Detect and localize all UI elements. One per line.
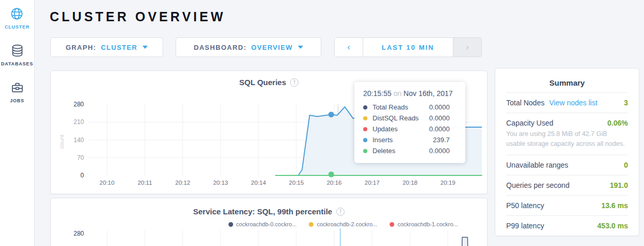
- chevron-down-icon: [298, 46, 303, 49]
- sidebar: CLUSTER DATABASES JOBS: [0, 0, 35, 246]
- hover-point: [328, 112, 334, 117]
- globe-icon: [10, 7, 24, 21]
- chevron-left-icon: ‹: [347, 42, 350, 52]
- y-axis-tick: 280: [74, 101, 84, 108]
- time-prev-button[interactable]: ‹: [335, 38, 363, 57]
- summary-panel: Summary Total NodesView nodes list3Capac…: [495, 68, 639, 236]
- summary-row-label: P50 latency: [506, 201, 544, 210]
- legend-item: cockroachdb-1.cockro...: [390, 221, 458, 227]
- summary-row-value: 453.0 ms: [597, 222, 628, 230]
- summary-row-value: 0.06%: [607, 119, 628, 127]
- y-axis-tick: 0: [80, 172, 84, 179]
- legend-label: cockroachdb-1.cockro...: [397, 221, 458, 227]
- summary-row-main: Unavailable ranges0: [506, 161, 628, 169]
- x-axis-tick: 20:12: [175, 180, 190, 186]
- summary-row-left: Total NodesView nodes list: [506, 99, 624, 107]
- summary-rows: Total NodesView nodes list3Capacity Used…: [506, 92, 628, 236]
- summary-row-label: P99 latency: [506, 222, 544, 230]
- chart-title: Service Latency: SQL, 99th percentile: [193, 207, 332, 216]
- summary-row-left: P50 latency: [506, 201, 602, 210]
- chevron-down-icon: [142, 46, 148, 49]
- view-nodes-link[interactable]: View nodes list: [549, 99, 597, 107]
- summary-row-main: P50 latency13.6 ms: [506, 201, 628, 210]
- tooltip-series-label: Inserts: [373, 136, 433, 144]
- page-title: CLUSTER OVERVIEW: [50, 9, 225, 24]
- tooltip-date: Nov 16th, 2017: [404, 89, 453, 98]
- x-axis-tick: 20:14: [251, 180, 266, 186]
- x-axis-tick: 20:19: [440, 180, 455, 186]
- x-axis-tick: 20:16: [327, 180, 342, 186]
- summary-row-value: 13.6 ms: [602, 201, 628, 210]
- tooltip-header: 20:15:55 on Nov 16th, 2017: [354, 88, 465, 102]
- x-axis-tick: 20:10: [99, 180, 115, 186]
- chart-title: SQL Queries: [239, 78, 287, 87]
- series-dot-icon: [363, 138, 367, 142]
- service-latency-panel: 280 Service Latency: SQL, 99th percentil…: [50, 198, 488, 246]
- chart-title-row: Service Latency: SQL, 99th percentile !: [51, 207, 487, 216]
- x-axis-tick: 20:11: [138, 180, 152, 186]
- graph-dropdown[interactable]: GRAPH: CLUSTER: [50, 37, 163, 57]
- dashboard-dropdown[interactable]: DASHBOARD: OVERVIEW: [176, 37, 321, 57]
- summary-row-label: Unavailable ranges: [506, 161, 568, 169]
- database-icon: [10, 44, 24, 58]
- x-axis-tick: 20:17: [365, 180, 380, 186]
- summary-row-label: Total Nodes: [506, 99, 545, 107]
- series-dot-icon: [309, 222, 313, 227]
- time-next-button[interactable]: ›: [453, 38, 481, 57]
- summary-row-main: Total NodesView nodes list3: [506, 99, 628, 107]
- summary-row-value: 191.0: [610, 181, 628, 189]
- chart-tooltip: 20:15:55 on Nov 16th, 2017 Total Reads0.…: [354, 82, 465, 163]
- summary-row: Capacity Used0.06%You are using 25.8 MiB…: [506, 113, 628, 155]
- series-dot-icon: [363, 127, 367, 131]
- sidebar-item-cluster[interactable]: CLUSTER: [5, 7, 30, 30]
- series-dot-icon: [228, 222, 233, 227]
- info-icon[interactable]: !: [336, 208, 345, 216]
- tooltip-series-label: Deletes: [373, 147, 429, 155]
- briefcase-icon: [10, 80, 24, 94]
- sidebar-item-jobs[interactable]: JOBS: [10, 80, 24, 103]
- tooltip-row: Inserts239.7: [354, 134, 465, 145]
- summary-row: P50 latency13.6 ms: [506, 195, 628, 215]
- sidebar-item-label: DATABASES: [1, 61, 33, 66]
- sidebar-item-label: JOBS: [10, 98, 24, 103]
- tooltip-row: Deletes0.0000: [354, 145, 465, 156]
- series-dot-icon: [390, 222, 394, 227]
- dashboard-dropdown-label: DASHBOARD:: [194, 44, 247, 51]
- tooltip-time: 20:15:55: [363, 89, 392, 98]
- tooltip-series-value: 0.0000: [429, 114, 450, 122]
- time-range-label[interactable]: LAST 10 MIN: [363, 38, 453, 57]
- summary-row-main: Capacity Used0.06%: [506, 119, 628, 127]
- cluster-overview-page: CLUSTER DATABASES JOBS CLUSTER OVERVIEW …: [0, 0, 644, 246]
- tooltip-row: Updates0.0000: [354, 124, 465, 134]
- sql-queries-panel: 07014021028020:1020:1120:1220:1320:1420:…: [50, 71, 488, 194]
- summary-row-label: Capacity Used: [506, 119, 553, 127]
- tooltip-series-value: 239.7: [433, 136, 450, 144]
- tooltip-row: Total Reads0.0000: [354, 102, 465, 113]
- y-axis-tick: 70: [77, 154, 84, 161]
- summary-row: Total NodesView nodes list3: [506, 92, 628, 113]
- legend-label: cockroachdb-0.cockro...: [236, 221, 297, 227]
- summary-row: P99 latency453.0 ms: [506, 215, 628, 236]
- legend-label: cockroachdb-2.cockro...: [317, 221, 377, 227]
- y-axis-tick: 280: [74, 230, 84, 237]
- tooltip-row: DistSQL Reads0.0000: [354, 113, 465, 124]
- x-axis-tick: 20:15: [289, 180, 304, 186]
- x-axis-tick: 20:18: [403, 180, 418, 186]
- tooltip-rows: Total Reads0.0000DistSQL Reads0.0000Upda…: [354, 102, 465, 156]
- summary-row: Unavailable ranges0: [506, 155, 628, 175]
- summary-row-value: 0: [624, 161, 628, 169]
- sidebar-item-databases[interactable]: DATABASES: [1, 44, 33, 66]
- y-axis-label: count: [59, 135, 65, 149]
- tooltip-series-value: 0.0000: [429, 125, 450, 133]
- y-axis-tick: 210: [74, 118, 84, 126]
- info-icon[interactable]: !: [290, 78, 298, 87]
- summary-row-left: Capacity Used: [506, 119, 607, 127]
- summary-row-left: Queries per second: [506, 181, 610, 189]
- summary-row-left: Unavailable ranges: [506, 161, 624, 169]
- summary-row-left: P99 latency: [506, 222, 597, 230]
- series-line-cockroachdb-0-cockro-: [461, 237, 469, 246]
- chart-legend: cockroachdb-0.cockro...cockroachdb-2.coc…: [51, 221, 458, 227]
- time-range-selector: ‹ LAST 10 MIN ›: [334, 37, 482, 57]
- x-axis-tick: 20:13: [213, 180, 228, 186]
- series-dot-icon: [363, 149, 367, 153]
